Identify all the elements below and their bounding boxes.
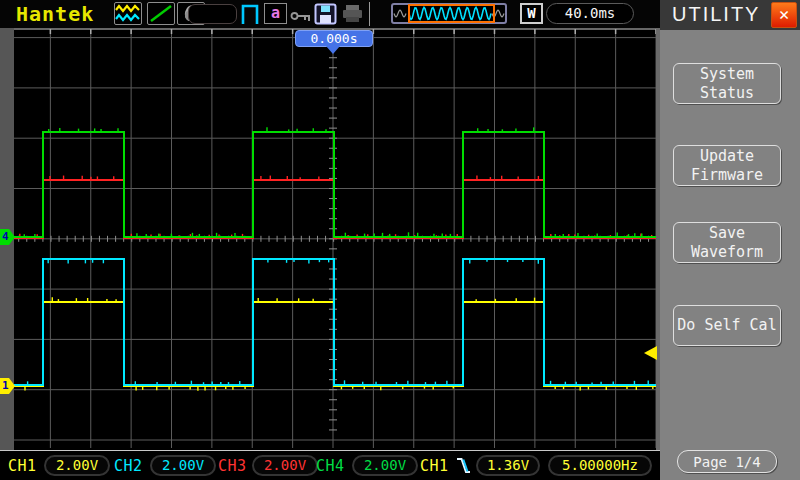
- trigger-edge-icon: [455, 455, 472, 480]
- channels-waveform-icon[interactable]: [114, 2, 142, 25]
- trigger-source-label: CH1: [420, 457, 449, 475]
- ch2-scale: 2.00V: [150, 455, 216, 476]
- menu-header: UTILITY ✕: [660, 0, 800, 30]
- ch3-scale: 2.00V: [252, 455, 318, 476]
- pulse-icon[interactable]: [241, 3, 260, 29]
- do-self-cal-button[interactable]: Do Self Cal: [673, 305, 781, 346]
- close-button[interactable]: ✕: [771, 2, 797, 28]
- key-icon[interactable]: [290, 8, 312, 27]
- waveform-preview[interactable]: [391, 3, 507, 24]
- ch4-label: CH4: [316, 457, 345, 475]
- trigger-position-pointer[interactable]: [326, 46, 340, 54]
- top-toolbar: Hantek a: [0, 0, 660, 28]
- ch3-label: CH3: [218, 457, 247, 475]
- save-floppy-icon[interactable]: [314, 3, 337, 29]
- ramp-icon[interactable]: [147, 2, 175, 25]
- status-bar: CH1 2.00V CH2 2.00V CH3 2.00V CH4 2.00V …: [0, 450, 660, 480]
- printer-icon[interactable]: [341, 4, 364, 28]
- brand-logo: Hantek: [16, 2, 94, 26]
- ch1-label: CH1: [8, 457, 37, 475]
- trigger-level-value: 1.36V: [476, 455, 540, 476]
- save-waveform-button[interactable]: Save Waveform: [673, 222, 781, 263]
- update-firmware-button[interactable]: Update Firmware: [673, 145, 781, 186]
- cursor-a-icon[interactable]: a: [264, 3, 287, 24]
- timebase-value: 40.0ms: [546, 3, 634, 24]
- menu-panel: System Status Update Firmware Save Wavef…: [660, 30, 800, 480]
- oscilloscope-screen: Hantek a: [0, 0, 800, 480]
- ch2-label: CH2: [114, 457, 143, 475]
- page-button[interactable]: Page 1/4: [677, 450, 777, 473]
- menu-title: UTILITY: [672, 3, 760, 26]
- system-status-button[interactable]: System Status: [673, 63, 781, 104]
- scope-display: 0.000s 4 1: [0, 28, 660, 450]
- trigger-frequency-value: 5.00000Hz: [548, 455, 652, 476]
- ch4-scale: 2.00V: [352, 455, 418, 476]
- preview-window[interactable]: [408, 4, 495, 23]
- ch1-scale: 2.00V: [44, 455, 110, 476]
- window-mode-icon[interactable]: W: [520, 3, 543, 24]
- trigger-position-flag[interactable]: 0.000s: [295, 30, 373, 47]
- right-border-strip: [656, 28, 660, 450]
- empty-slot: [188, 4, 237, 24]
- trigger-level-arrow[interactable]: [644, 346, 657, 360]
- toolbar-divider: [369, 2, 370, 26]
- waveform-traces: [0, 28, 660, 450]
